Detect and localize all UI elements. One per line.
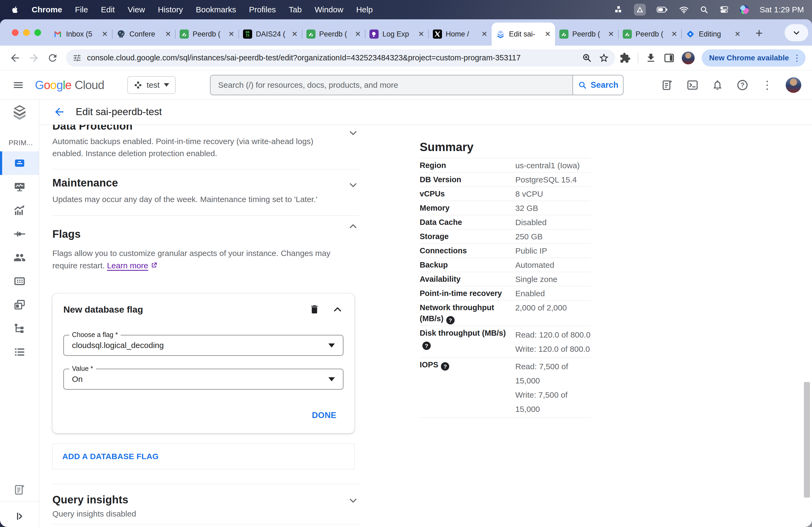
menu-history[interactable]: History bbox=[151, 5, 189, 14]
sidebar-item-system-insights[interactable] bbox=[0, 175, 39, 199]
cloud-shell-icon[interactable] bbox=[686, 79, 699, 91]
cloud-search-button[interactable]: Search bbox=[572, 75, 623, 95]
back-icon[interactable] bbox=[8, 51, 22, 65]
sidebar-item-overview[interactable] bbox=[0, 151, 39, 175]
forward-icon[interactable] bbox=[27, 51, 41, 65]
tab-log-explorer[interactable]: Log Exp ✕ bbox=[365, 22, 429, 46]
close-tab-icon[interactable]: ✕ bbox=[735, 30, 741, 39]
release-notes-icon[interactable] bbox=[0, 483, 39, 496]
url-text[interactable]: console.cloud.google.com/sql/instances/s… bbox=[87, 54, 576, 62]
close-tab-icon[interactable]: ✕ bbox=[228, 30, 234, 39]
choose-flag-select[interactable]: Choose a flag * cloudsql.logical_decodin… bbox=[63, 335, 344, 356]
menu-help[interactable]: Help bbox=[350, 5, 379, 14]
menu-chrome[interactable]: Chrome bbox=[25, 5, 69, 14]
tab-peerdb-2[interactable]: Peerdb ( ✕ bbox=[302, 22, 365, 46]
siri-icon[interactable] bbox=[740, 5, 749, 14]
google-cloud-logo[interactable]: Google Cloud bbox=[35, 78, 104, 92]
close-tab-icon[interactable]: ✕ bbox=[355, 30, 361, 39]
side-panel-icon[interactable] bbox=[664, 52, 675, 64]
extensions-icon[interactable] bbox=[620, 52, 631, 64]
address-bar[interactable]: console.cloud.google.com/sql/instances/s… bbox=[66, 49, 615, 66]
more-options-icon[interactable]: ⋮ bbox=[762, 78, 773, 91]
tab-search-button[interactable] bbox=[785, 24, 808, 41]
close-tab-icon[interactable]: ✕ bbox=[608, 30, 614, 39]
sidebar-item-databases[interactable] bbox=[0, 269, 39, 293]
help-icon[interactable]: ? bbox=[446, 316, 454, 325]
peerdb-icon bbox=[180, 30, 189, 39]
data-protection-expand-icon[interactable] bbox=[347, 127, 359, 139]
add-database-flag-button[interactable]: ADD A DATABASE FLAG bbox=[52, 443, 354, 469]
battery-icon[interactable] bbox=[656, 6, 668, 14]
notifications-icon[interactable] bbox=[712, 79, 723, 91]
menu-edit[interactable]: Edit bbox=[95, 5, 121, 14]
site-settings-icon[interactable] bbox=[73, 54, 82, 62]
apple-menu-icon[interactable] bbox=[10, 5, 25, 14]
sidebar-item-query-insights[interactable] bbox=[0, 199, 39, 222]
navigation-menu-icon[interactable] bbox=[12, 79, 24, 91]
sidebar-item-operations[interactable] bbox=[0, 340, 39, 364]
gmail-icon bbox=[53, 30, 62, 39]
close-tab-icon[interactable]: ✕ bbox=[102, 30, 108, 39]
zoom-window-button[interactable] bbox=[34, 29, 41, 36]
menu-file[interactable]: File bbox=[69, 5, 94, 14]
flag-value-select[interactable]: Value * On bbox=[63, 369, 344, 390]
browser-menu-icon[interactable]: ⋮ bbox=[793, 53, 801, 63]
tab-editing[interactable]: Editing ✕ bbox=[682, 22, 745, 46]
menu-view[interactable]: View bbox=[121, 5, 151, 14]
sidebar-item-connections[interactable] bbox=[0, 222, 39, 246]
sidebar-item-users[interactable] bbox=[0, 246, 39, 269]
delete-flag-icon[interactable] bbox=[309, 304, 320, 315]
close-tab-icon[interactable]: ✕ bbox=[292, 30, 298, 39]
new-tab-button[interactable]: + bbox=[751, 25, 767, 41]
close-tab-icon[interactable]: ✕ bbox=[671, 30, 678, 39]
cloud-search-input[interactable]: Search (/) for resources, docs, products… bbox=[211, 75, 572, 95]
close-tab-icon[interactable]: ✕ bbox=[418, 30, 424, 39]
tab-peerdb-4[interactable]: Peerdb ( ✕ bbox=[619, 22, 682, 46]
help-icon[interactable]: ? bbox=[736, 79, 749, 91]
sidebar-item-replicas[interactable] bbox=[0, 317, 39, 340]
update-chrome-button[interactable]: New Chrome available ⋮ bbox=[702, 49, 806, 66]
close-window-button[interactable] bbox=[12, 29, 18, 36]
scrollbar[interactable] bbox=[804, 382, 810, 497]
control-center-icon[interactable] bbox=[719, 5, 729, 14]
blocks-icon[interactable] bbox=[614, 5, 623, 14]
collapse-sidebar-icon[interactable] bbox=[0, 511, 39, 522]
project-picker[interactable]: test bbox=[127, 76, 176, 94]
done-button[interactable]: DONE bbox=[312, 410, 336, 420]
back-arrow-icon[interactable] bbox=[53, 106, 66, 118]
account-avatar[interactable] bbox=[786, 77, 801, 93]
collapse-flag-icon[interactable] bbox=[332, 303, 344, 315]
release-notes-icon[interactable] bbox=[661, 79, 673, 91]
query-insights-expand-icon[interactable] bbox=[347, 495, 359, 506]
sidebar-item-backups[interactable] bbox=[0, 293, 39, 317]
search-icon[interactable] bbox=[699, 5, 709, 14]
app-icon[interactable] bbox=[634, 4, 646, 16]
menu-window[interactable]: Window bbox=[308, 5, 350, 14]
maintenance-expand-icon[interactable] bbox=[347, 180, 359, 191]
learn-more-link[interactable]: Learn more bbox=[107, 261, 157, 270]
bookmark-star-icon[interactable] bbox=[598, 52, 609, 63]
close-tab-icon[interactable]: ✕ bbox=[545, 30, 551, 39]
close-tab-icon[interactable]: ✕ bbox=[165, 30, 171, 39]
menu-tab[interactable]: Tab bbox=[282, 5, 308, 14]
zoom-icon[interactable] bbox=[582, 53, 592, 63]
close-tab-icon[interactable]: ✕ bbox=[481, 30, 488, 39]
help-icon[interactable]: ? bbox=[422, 342, 431, 350]
tab-conference[interactable]: Confere ✕ bbox=[112, 22, 176, 46]
wifi-icon[interactable] bbox=[679, 6, 689, 14]
tab-edit-sai-peerdb-test-active[interactable]: Edit sai- ✕ bbox=[492, 22, 555, 46]
downloads-icon[interactable] bbox=[645, 52, 656, 64]
tab-x-home[interactable]: Home / ✕ bbox=[429, 22, 492, 46]
menu-profiles[interactable]: Profiles bbox=[243, 5, 282, 14]
tab-peerdb-3[interactable]: Peerdb ( ✕ bbox=[555, 22, 619, 46]
menu-bookmarks[interactable]: Bookmarks bbox=[189, 5, 243, 14]
tab-peerdb-1[interactable]: Peerdb ( ✕ bbox=[175, 22, 239, 46]
avatar[interactable] bbox=[682, 51, 695, 64]
tab-dais24[interactable]: DAIS DAIS24 ( ✕ bbox=[239, 22, 302, 46]
minimize-window-button[interactable] bbox=[23, 29, 30, 36]
help-icon[interactable]: ? bbox=[441, 362, 449, 371]
flags-collapse-icon[interactable] bbox=[347, 221, 359, 232]
reload-icon[interactable] bbox=[46, 51, 60, 65]
tab-inbox[interactable]: Inbox (5 ✕ bbox=[49, 22, 112, 46]
operations-icon bbox=[13, 346, 26, 358]
